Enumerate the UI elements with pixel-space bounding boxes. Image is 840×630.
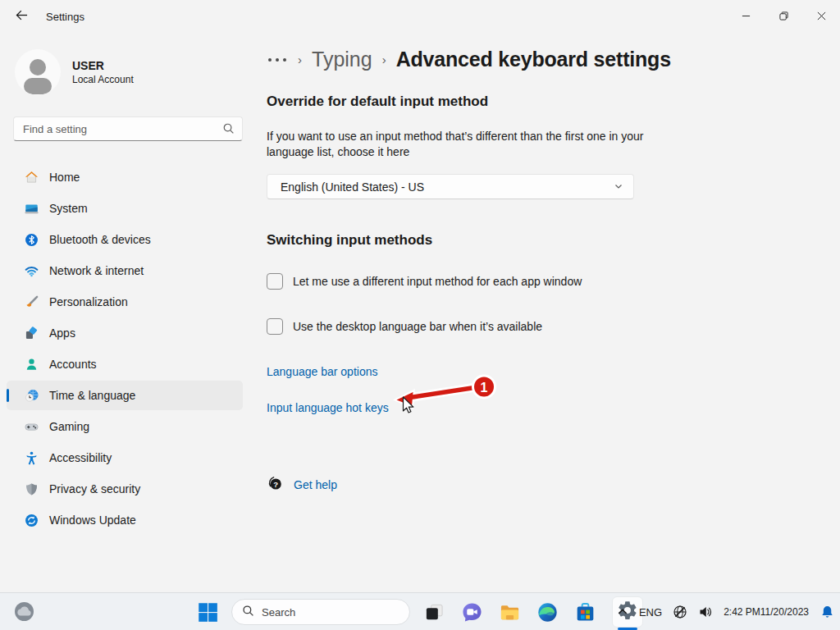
taskbar: ENG 2:42 PM 11/20/2023 <box>0 592 840 630</box>
sidebar-item-label: Accessibility <box>49 451 112 464</box>
checkbox-row-per-app-input: Let me use a different input method for … <box>267 273 807 290</box>
settings-search <box>13 116 243 141</box>
file-explorer-icon[interactable] <box>499 601 520 623</box>
window-controls <box>727 0 840 33</box>
sidebar-item-home[interactable]: Home <box>7 162 243 192</box>
taskbar-search-input[interactable] <box>262 606 393 619</box>
chevron-right-icon: › <box>382 52 386 66</box>
titlebar: Settings <box>0 0 840 33</box>
sidebar-item-privacy[interactable]: Privacy & security <box>7 474 243 504</box>
personalization-icon <box>25 295 39 309</box>
minimize-button[interactable] <box>727 0 765 33</box>
chevron-down-icon <box>614 180 623 194</box>
window-title: Settings <box>46 11 84 23</box>
gaming-icon <box>25 420 39 434</box>
sidebar-item-personalization[interactable]: Personalization <box>7 287 243 317</box>
sidebar-nav: Home System Bluetooth & devices Network … <box>0 162 259 535</box>
taskbar-search[interactable] <box>231 599 410 625</box>
back-button[interactable] <box>5 2 38 30</box>
weather-widget-icon[interactable] <box>13 600 35 623</box>
sidebar-item-label: Bluetooth & devices <box>49 233 151 246</box>
user-avatar <box>15 49 61 95</box>
sidebar-item-time-language[interactable]: Time & language <box>7 381 243 410</box>
sidebar-item-apps[interactable]: Apps <box>7 318 243 348</box>
sidebar-item-label: System <box>49 202 88 215</box>
sidebar-item-label: Privacy & security <box>49 482 140 495</box>
tray-language-indicator[interactable]: ENG <box>639 606 662 619</box>
input-method-dropdown[interactable]: English (United States) - US <box>267 174 634 199</box>
sidebar-item-windows-update[interactable]: Windows Update <box>7 505 243 535</box>
taskbar-center <box>197 593 643 630</box>
svg-text:?: ? <box>273 480 278 489</box>
override-description: If you want to use an input method that’… <box>267 129 644 160</box>
search-input[interactable] <box>13 116 243 141</box>
accessibility-icon <box>25 451 39 465</box>
no-internet-globe-icon[interactable] <box>673 605 687 619</box>
main-content: › Typing › Advanced keyboard settings Ov… <box>259 33 840 592</box>
restore-icon <box>779 9 788 24</box>
sidebar-item-label: Accounts <box>49 358 97 371</box>
store-icon[interactable] <box>574 601 596 623</box>
user-profile[interactable]: USER Local Account <box>15 49 259 95</box>
chevron-right-icon: › <box>298 52 302 66</box>
sidebar-item-label: Personalization <box>49 295 128 308</box>
desktop-language-bar-checkbox[interactable] <box>267 318 283 335</box>
input-language-hot-keys-link[interactable]: Input language hot keys <box>267 401 389 414</box>
tray-chevron-up-icon[interactable] <box>617 606 628 618</box>
breadcrumb-parent[interactable]: Typing <box>312 48 372 71</box>
close-button[interactable] <box>802 0 840 33</box>
home-icon <box>25 171 39 185</box>
sidebar-item-label: Home <box>49 171 80 184</box>
sidebar-item-label: Time & language <box>49 389 135 402</box>
tray-date: 11/20/2023 <box>760 606 809 619</box>
close-icon <box>817 9 826 24</box>
speaker-icon[interactable] <box>698 605 713 619</box>
sidebar-item-bluetooth[interactable]: Bluetooth & devices <box>7 225 243 254</box>
start-button[interactable] <box>197 601 218 623</box>
privacy-icon <box>25 482 39 496</box>
checkbox-label: Use the desktop language bar when it’s a… <box>293 320 542 333</box>
per-app-input-checkbox[interactable] <box>267 273 283 290</box>
system-tray: ENG 2:42 PM 11/20/2023 <box>617 593 835 630</box>
chat-icon[interactable] <box>461 601 482 623</box>
sidebar-item-gaming[interactable]: Gaming <box>7 412 243 441</box>
language-bar-options-link[interactable]: Language bar options <box>267 365 377 378</box>
sidebar-item-network[interactable]: Network & internet <box>7 256 243 285</box>
time-language-icon <box>25 389 39 403</box>
back-arrow-icon <box>16 9 28 25</box>
restore-button[interactable] <box>765 0 802 33</box>
tray-clock[interactable]: 2:42 PM 11/20/2023 <box>724 606 809 619</box>
checkbox-label: Let me use a different input method for … <box>293 275 582 288</box>
breadcrumb-ellipsis[interactable] <box>267 55 288 65</box>
sidebar-item-system[interactable]: System <box>7 194 243 223</box>
apps-icon <box>25 326 39 340</box>
task-view-button[interactable] <box>423 601 445 623</box>
user-account-type: Local Account <box>72 74 134 85</box>
page-title: Advanced keyboard settings <box>396 48 671 71</box>
tray-time: 2:42 PM <box>724 606 760 619</box>
breadcrumb: › Typing › Advanced keyboard settings <box>267 48 807 71</box>
sidebar-item-label: Gaming <box>49 420 89 433</box>
network-icon <box>25 264 39 278</box>
sidebar-item-label: Windows Update <box>49 514 136 527</box>
get-help-row: ? Get help <box>267 475 807 495</box>
sidebar: USER Local Account Home System Bluetooth… <box>0 33 259 592</box>
accounts-icon <box>25 358 39 372</box>
checkbox-row-desktop-language-bar: Use the desktop language bar when it’s a… <box>267 318 807 335</box>
get-help-icon: ? <box>267 475 283 495</box>
sidebar-item-accounts[interactable]: Accounts <box>7 349 243 379</box>
override-section-heading: Override for default input method <box>267 94 807 110</box>
search-icon <box>242 605 254 620</box>
get-help-link[interactable]: Get help <box>294 478 337 491</box>
edge-icon[interactable] <box>536 601 558 623</box>
sidebar-item-label: Network & internet <box>49 264 144 277</box>
search-icon <box>222 122 235 138</box>
user-name: USER <box>72 59 134 72</box>
windows-update-icon <box>25 514 39 527</box>
bluetooth-icon <box>25 233 39 247</box>
notification-bell-icon[interactable] <box>819 605 835 620</box>
sidebar-item-label: Apps <box>49 326 75 340</box>
input-method-selected-value: English (United States) - US <box>281 180 614 194</box>
switching-section-heading: Switching input methods <box>267 232 807 249</box>
sidebar-item-accessibility[interactable]: Accessibility <box>7 443 243 472</box>
